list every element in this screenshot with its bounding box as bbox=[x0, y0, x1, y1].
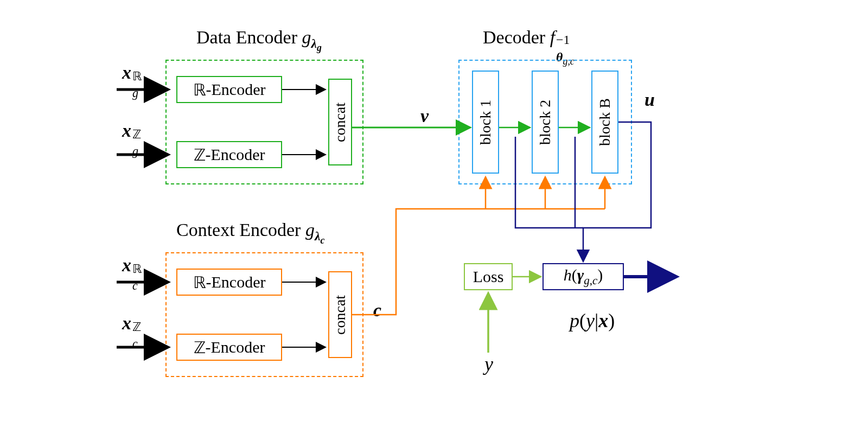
block-b: block B bbox=[591, 71, 618, 174]
input-xg-int: xℤg bbox=[122, 120, 131, 141]
input-xg-real: xℝg bbox=[122, 62, 131, 83]
loss-box: Loss bbox=[464, 263, 513, 290]
data-concat-label: concat bbox=[331, 102, 349, 142]
decoder-title-text: Decoder bbox=[483, 27, 550, 47]
pyx-label: p(y|x) bbox=[570, 309, 615, 332]
v-label: v bbox=[420, 106, 429, 126]
input-xc-real: xℝc bbox=[122, 255, 131, 276]
context-encoder-title-text: Context Encoder bbox=[176, 220, 305, 240]
context-concat: concat bbox=[328, 271, 352, 358]
c-label: c bbox=[373, 300, 381, 321]
diagram-root: Data Encoder gλg Context Encoder gλc Dec… bbox=[0, 0, 868, 434]
u-label: u bbox=[644, 90, 655, 110]
data-z-encoder: ℤ-Encoder bbox=[176, 141, 282, 168]
data-r-encoder: ℝ-Encoder bbox=[176, 76, 282, 103]
context-r-encoder: ℝ-Encoder bbox=[176, 269, 282, 296]
y-label: y bbox=[484, 353, 493, 375]
context-encoder-title: Context Encoder gλc bbox=[176, 220, 324, 246]
data-encoder-title: Data Encoder gλg bbox=[196, 27, 322, 54]
input-xc-int: xℤc bbox=[122, 313, 131, 334]
decoder-title: Decoder f−1θg,c bbox=[483, 27, 555, 48]
block-1-label: block 1 bbox=[477, 99, 494, 144]
block-1: block 1 bbox=[472, 71, 499, 174]
block-b-label: block B bbox=[596, 98, 614, 146]
data-encoder-title-text: Data Encoder bbox=[196, 27, 302, 47]
context-z-encoder: ℤ-Encoder bbox=[176, 334, 282, 361]
data-concat: concat bbox=[328, 79, 352, 165]
block-2-label: block 2 bbox=[537, 99, 554, 144]
block-2: block 2 bbox=[532, 71, 559, 174]
context-concat-label: concat bbox=[331, 295, 349, 334]
h-box: h(γg,c) bbox=[542, 263, 624, 290]
loss-label: Loss bbox=[473, 267, 504, 286]
